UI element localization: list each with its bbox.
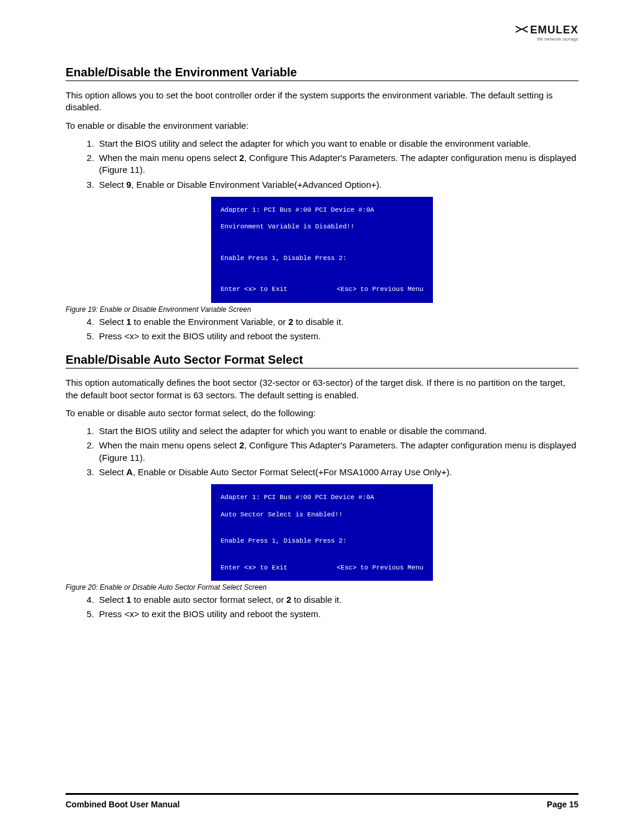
footer-rule — [66, 793, 578, 795]
bios-screen-2: Adapter 1: PCI Bus #:00 PCI Device #:0A … — [211, 484, 433, 581]
s1-step1: Start the BIOS utility and select the ad… — [97, 138, 578, 150]
section1-rule — [66, 80, 578, 81]
bios-screen-1: Adapter 1: PCI Bus #:00 PCI Device #:0A … — [211, 197, 433, 303]
bios2-line3: Enable Press 1, Disable Press 2: — [221, 536, 423, 546]
s1-step2: When the main menu opens select 2, Confi… — [97, 152, 578, 176]
s1-step3: Select 9, Enable or Disable Environment … — [97, 179, 578, 191]
s1-step5: Press <x> to exit the BIOS utility and r… — [97, 330, 578, 342]
s1-step4: Select 1 to enable the Environment Varia… — [97, 316, 578, 328]
bios2-line2: Auto Sector Select is Enabled!! — [221, 510, 423, 520]
section2-rule — [66, 368, 578, 368]
bios1-line3: Enable Press 1, Disable Press 2: — [221, 253, 423, 264]
figure19-caption: Figure 19: Enable or Disable Environment… — [66, 305, 578, 314]
section2-intro: This option automatically defines the bo… — [66, 377, 578, 401]
bios1-back: <Esc> to Previous Menu — [337, 284, 423, 295]
figure20-caption: Figure 20: Enable or Disable Auto Sector… — [66, 583, 578, 592]
page: EMULEX life network storage Enable/Disab… — [0, 0, 644, 833]
logo-tagline: life network storage — [515, 36, 578, 42]
s2-step2: When the main menu opens select 2, Confi… — [97, 439, 578, 464]
footer-left: Combined Boot User Manual — [66, 800, 179, 809]
section1-intro: This option allows you to set the boot c… — [66, 89, 578, 114]
page-footer: Combined Boot User Manual Page 15 — [66, 793, 578, 809]
section2-title: Enable/Disable Auto Sector Format Select — [66, 353, 578, 367]
section1-steps-a: Start the BIOS utility and select the ad… — [66, 138, 578, 191]
s2-step3: Select A, Enable or Disable Auto Sector … — [97, 466, 578, 478]
section1-steps-b: Select 1 to enable the Environment Varia… — [66, 316, 578, 343]
s2-step4: Select 1 to enable auto sector format se… — [97, 594, 578, 606]
bios2-line1: Adapter 1: PCI Bus #:00 PCI Device #:0A — [221, 493, 423, 503]
s2-step5: Press <x> to exit the BIOS utility and r… — [97, 608, 578, 620]
content: Enable/Disable the Environment Variable … — [66, 66, 578, 621]
section2-steps-b: Select 1 to enable auto sector format se… — [66, 594, 578, 621]
s2-step1: Start the BIOS utility and select the ad… — [97, 425, 578, 437]
logo-brand: EMULEX — [530, 24, 578, 36]
section2-steps-a: Start the BIOS utility and select the ad… — [66, 425, 578, 478]
emulex-logo-icon — [515, 25, 528, 35]
bios1-line1: Adapter 1: PCI Bus #:00 PCI Device #:0A — [221, 205, 423, 215]
bios1-exit: Enter <x> to Exit — [221, 284, 287, 295]
section1-title: Enable/Disable the Environment Variable — [66, 66, 578, 79]
header-logo: EMULEX life network storage — [515, 24, 578, 42]
section2-lead: To enable or disable auto sector format … — [66, 407, 578, 419]
bios2-back: <Esc> to Previous Menu — [337, 563, 423, 573]
footer-right: Page 15 — [547, 800, 578, 809]
bios2-exit: Enter <x> to Exit — [221, 563, 287, 573]
section1-lead: To enable or disable the environment var… — [66, 120, 578, 132]
bios1-line2: Environment Variable is Disabled!! — [221, 222, 423, 232]
